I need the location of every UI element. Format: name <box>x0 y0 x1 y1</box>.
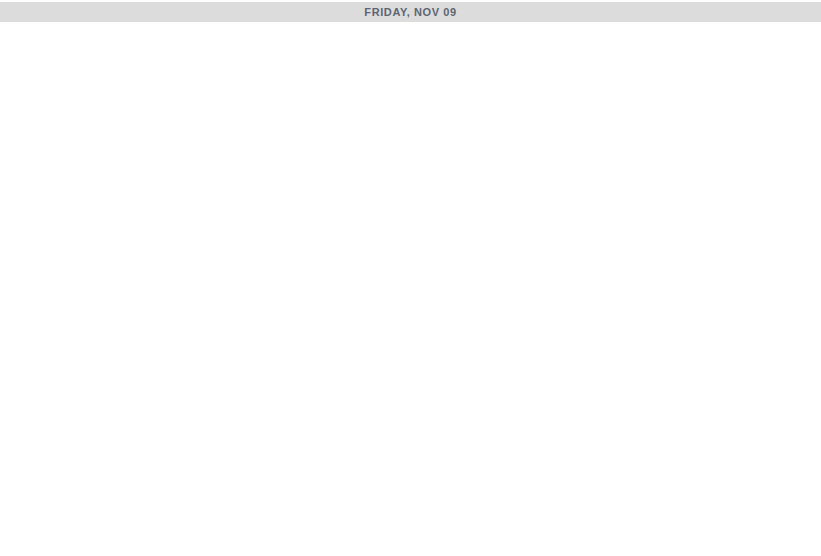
economic-calendar: FRIDAY, NOV 09 <box>0 2 821 22</box>
day-header: FRIDAY, NOV 09 <box>0 2 821 22</box>
day-header-title: FRIDAY, NOV 09 <box>364 6 456 18</box>
